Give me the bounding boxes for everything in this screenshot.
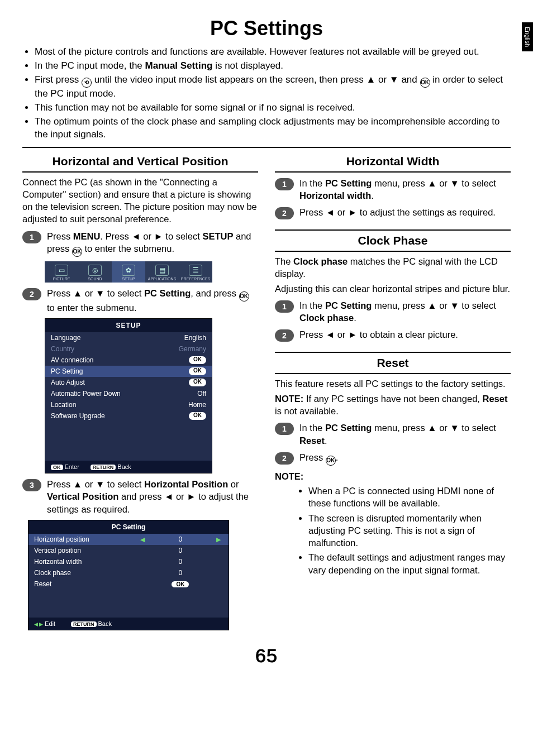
ribbon-preferences: ☰PREFERENCES xyxy=(179,261,212,283)
osd-pcsetting-panel: PC Setting Horizontal position◀0▶Vertica… xyxy=(28,520,229,630)
osd-row: AV connectionOK xyxy=(45,355,212,366)
final-note-label: NOTE: xyxy=(275,470,511,482)
section-reset: Reset xyxy=(275,356,511,370)
hw-step1: In the PC Setting menu, press ▲ or ▼ to … xyxy=(299,177,511,202)
ribbon-sound: ◎SOUND xyxy=(78,261,112,283)
step-badge-1: 1 xyxy=(275,423,294,435)
reset-note: NOTE: If any PC settings have not been c… xyxy=(275,393,511,418)
ok-icon: OK xyxy=(326,456,336,466)
ribbon-picture: ▭PICTURE xyxy=(45,261,78,283)
preferences-icon: ☰ xyxy=(189,265,202,276)
section-horizontal-vertical: Horizontal and Vertical Position xyxy=(22,155,258,168)
ribbon-setup: ✿SETUP xyxy=(112,261,145,283)
final-note-item: The screen is disrupted momentarily when… xyxy=(308,512,511,549)
osd-row: Auto AdjustOK xyxy=(45,377,212,388)
intro-item: Most of the picture controls and functio… xyxy=(35,46,511,59)
setup-icon: ✿ xyxy=(122,265,135,276)
applications-icon: ▤ xyxy=(155,265,169,276)
section-horizontal-width: Horizontal Width xyxy=(275,155,511,168)
language-tab: English xyxy=(522,22,533,51)
intro-item: First press ⟲ until the video input mode… xyxy=(35,74,511,101)
cp-para2: Adjusting this can clear horizontal stri… xyxy=(275,283,511,295)
osd-row: LanguageEnglish xyxy=(45,332,212,343)
rs-step1: In the PC Setting menu, press ▲ or ▼ to … xyxy=(299,422,511,447)
osd-row: Software UpgradeOK xyxy=(45,410,212,422)
step-1-text: Press MENU. Press ◄ or ► to select SETUP… xyxy=(47,230,258,257)
intro-item: This function may not be available for s… xyxy=(35,102,511,114)
step-badge-1: 1 xyxy=(275,300,294,313)
cp-step2: Press ◄ or ► to obtain a clear picture. xyxy=(299,328,458,341)
sound-icon: ◎ xyxy=(88,265,102,276)
ok-icon: OK xyxy=(420,78,430,88)
osd-pc-row: Horizontal position◀0▶ xyxy=(28,534,229,545)
osd-pc-footer: Edit RETURNBack xyxy=(28,618,229,630)
osd-row: LocationHome xyxy=(45,399,212,410)
reset-para: This feature resets all PC settings to t… xyxy=(275,377,511,390)
final-note-item: When a PC is connected using HDMI none o… xyxy=(308,485,511,510)
rs-step2: Press OK. xyxy=(299,451,338,466)
osd-row: CountryGermany xyxy=(45,343,212,355)
page-number: 65 xyxy=(22,645,511,667)
menu-ribbon: ▭PICTURE ◎SOUND ✿SETUP ▤APPLICATIONS ☰PR… xyxy=(45,261,212,283)
arrow-icons xyxy=(34,620,43,627)
input-icon: ⟲ xyxy=(82,78,92,88)
cp-para1: The Clock phase matches the PC signal wi… xyxy=(275,255,511,280)
step-3-text: Press ▲ or ▼ to select Horizontal Positi… xyxy=(47,478,258,515)
intro-item: The optimum points of the clock phase an… xyxy=(35,116,511,141)
hw-step2: Press ◄ or ► to adjust the settings as r… xyxy=(299,206,496,218)
osd-pc-row: Vertical position0 xyxy=(28,545,229,556)
page-title: PC Settings xyxy=(22,17,511,40)
ok-icon: OK xyxy=(239,291,249,302)
section-clock-phase: Clock Phase xyxy=(275,234,511,247)
osd-setup-panel: SETUP LanguageEnglishCountryGermanyAV co… xyxy=(45,318,212,473)
osd-pc-row: Horizontal width0 xyxy=(28,556,229,567)
osd-pc-title: PC Setting xyxy=(28,520,229,534)
step-badge-1: 1 xyxy=(275,178,294,190)
osd-pc-row: ResetOK xyxy=(28,578,229,590)
osd-title: SETUP xyxy=(45,319,212,332)
step-badge-2: 2 xyxy=(275,207,294,219)
step-badge-2: 2 xyxy=(275,329,294,342)
step-badge-1: 1 xyxy=(22,231,41,243)
step-badge-2: 2 xyxy=(22,288,41,300)
intro-list: Most of the picture controls and functio… xyxy=(22,46,511,141)
osd-footer: OKEnter RETURNBack xyxy=(45,461,212,473)
ok-icon: OK xyxy=(72,247,82,257)
picture-icon: ▭ xyxy=(55,265,68,276)
osd-row: PC SettingOK xyxy=(45,366,212,377)
cp-step1: In the PC Setting menu, press ▲ or ▼ to … xyxy=(299,299,511,324)
step-badge-2: 2 xyxy=(275,452,294,465)
lead-paragraph: Connect the PC (as shown in the "Connect… xyxy=(22,176,258,226)
final-notes: When a PC is connected using HDMI none o… xyxy=(275,485,511,576)
step-badge-3: 3 xyxy=(22,479,41,491)
osd-pc-row: Clock phase0 xyxy=(28,567,229,578)
intro-item: In the PC input mode, the Manual Setting… xyxy=(35,60,511,73)
osd-row: Automatic Power DownOff xyxy=(45,388,212,399)
ribbon-applications: ▤APPLICATIONS xyxy=(145,261,179,283)
final-note-item: The default settings and adjustment rang… xyxy=(308,551,511,576)
step-2-text: Press ▲ or ▼ to select PC Setting, and p… xyxy=(47,287,258,314)
